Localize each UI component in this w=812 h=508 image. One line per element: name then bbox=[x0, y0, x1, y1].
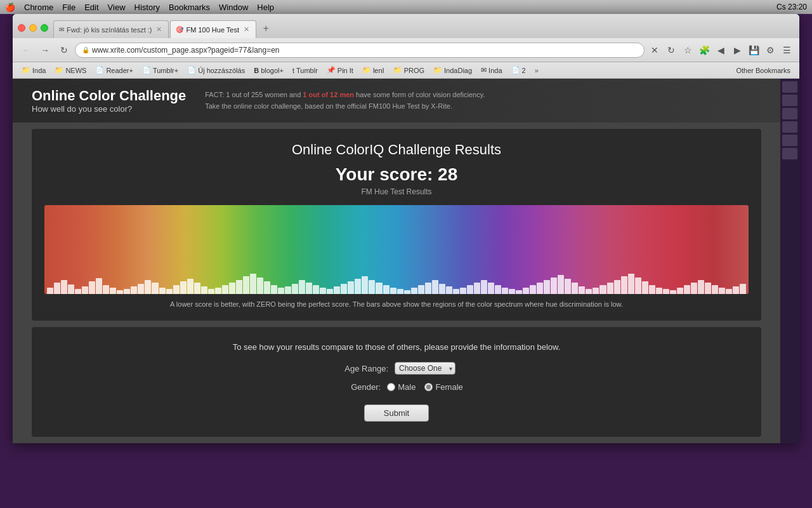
age-select[interactable]: Choose One Under 10 10-19 20-29 30-39 40… bbox=[395, 362, 455, 375]
star-icon[interactable]: ☆ bbox=[680, 43, 695, 58]
menu-help[interactable]: Help bbox=[257, 3, 274, 12]
sidebar-thumb-4[interactable] bbox=[782, 121, 797, 133]
tab-email-close[interactable]: ✕ bbox=[154, 25, 163, 34]
bookmark-2[interactable]: 📄 2 bbox=[508, 65, 530, 76]
forward-button[interactable]: → bbox=[37, 42, 53, 58]
bookmark-inda[interactable]: 📁 Inda bbox=[18, 65, 49, 76]
chrome-window: ✉ Fwd: jó kis színlátás teszt :) ✕ 🎯 FM … bbox=[13, 14, 799, 443]
female-radio[interactable] bbox=[424, 383, 433, 391]
bookmark-tumblrplus[interactable]: 📄 Tumblr+ bbox=[138, 65, 182, 76]
site-title-group: Online Color Challenge How well do you s… bbox=[32, 88, 186, 114]
spectrum-bar bbox=[551, 277, 557, 294]
menu-file[interactable]: File bbox=[62, 3, 75, 12]
spectrum-bar bbox=[96, 278, 102, 294]
titlebar: ✉ Fwd: jó kis színlátás teszt :) ✕ 🎯 FM … bbox=[13, 14, 799, 38]
bookmark-pinit[interactable]: 📌 Pin It bbox=[323, 65, 357, 76]
tab-hue-close[interactable]: ✕ bbox=[242, 25, 251, 34]
bookmark-2-icon: 📄 bbox=[511, 66, 520, 74]
close-button[interactable] bbox=[18, 24, 25, 32]
apple-menu[interactable]: 🍎 bbox=[5, 3, 15, 12]
bookmark-tumblr[interactable]: t Tumblr bbox=[289, 65, 322, 76]
male-radio-label[interactable]: Male bbox=[387, 382, 416, 392]
sidebar-thumb-2[interactable] bbox=[782, 95, 797, 106]
bookmark-indadiag[interactable]: 📁 IndaDiag bbox=[429, 65, 476, 76]
save-icon[interactable]: 💾 bbox=[746, 43, 761, 58]
nav-prev-icon[interactable]: ◀ bbox=[713, 43, 728, 58]
sidebar-thumb-6[interactable] bbox=[782, 148, 797, 159]
menu-bookmarks[interactable]: Bookmarks bbox=[169, 3, 210, 12]
spectrum-bar bbox=[432, 280, 438, 294]
spectrum-bar bbox=[327, 289, 333, 294]
spectrum-bar bbox=[509, 289, 515, 294]
bookmark-inda-mail-icon: ✉ bbox=[481, 66, 487, 74]
spectrum-bar bbox=[572, 283, 578, 294]
bookmark-indadiag-icon: 📁 bbox=[433, 66, 442, 74]
spectrum-bar bbox=[285, 286, 291, 294]
stop-icon[interactable]: ✕ bbox=[647, 43, 662, 58]
spectrum-bar bbox=[173, 285, 180, 294]
menu-window[interactable]: Window bbox=[219, 3, 248, 12]
address-bar[interactable]: 🔒 www.xrite.com/custom_page.aspx?pageid=… bbox=[75, 43, 645, 58]
minimize-button[interactable] bbox=[29, 24, 37, 32]
spectrum-bar bbox=[586, 289, 592, 294]
maximize-button[interactable] bbox=[41, 24, 48, 32]
menu-view[interactable]: View bbox=[108, 3, 126, 12]
url-text: www.xrite.com/custom_page.aspx?pageid=77… bbox=[92, 46, 280, 55]
spectrum-bar bbox=[425, 283, 431, 294]
sidebar-thumb-3[interactable] bbox=[782, 108, 797, 119]
female-radio-label[interactable]: Female bbox=[424, 382, 462, 392]
spectrum-bar bbox=[656, 288, 662, 294]
settings-icon[interactable]: ⚙ bbox=[763, 43, 778, 58]
sidebar-thumb-5[interactable] bbox=[782, 135, 797, 146]
male-radio[interactable] bbox=[387, 383, 395, 391]
bookmark-prog-icon: 📁 bbox=[393, 66, 402, 74]
bookmark-reader[interactable]: 📄 Reader+ bbox=[91, 65, 137, 76]
extension-icon[interactable]: 🧩 bbox=[697, 43, 712, 58]
results-chart-label: FM Hue Test Results bbox=[44, 187, 749, 196]
back-button[interactable]: ← bbox=[18, 42, 34, 58]
bookmark-inda-mail[interactable]: ✉ Inda bbox=[477, 65, 506, 76]
other-bookmarks[interactable]: Other Bookmarks bbox=[732, 65, 794, 76]
bookmark-leni-icon: 📁 bbox=[362, 66, 371, 74]
bookmark-blogol[interactable]: B blogol+ bbox=[250, 65, 287, 76]
spectrum-bar bbox=[726, 289, 732, 294]
submit-button[interactable]: Submit bbox=[364, 404, 429, 422]
reload-button[interactable]: ↻ bbox=[56, 42, 72, 58]
age-select-wrapper: Choose One Under 10 10-19 20-29 30-39 40… bbox=[395, 362, 455, 375]
menu-chrome[interactable]: Chrome bbox=[24, 3, 53, 12]
sidebar-thumb-1[interactable] bbox=[782, 81, 797, 93]
bookmarks-more[interactable]: » bbox=[532, 65, 541, 76]
bookmark-news[interactable]: 📁 NEWS bbox=[51, 65, 90, 76]
bookmark-leni[interactable]: 📁 lenI bbox=[358, 65, 388, 76]
spectrum-bar bbox=[47, 288, 53, 294]
new-tab-button[interactable]: + bbox=[258, 20, 274, 37]
tab-email[interactable]: ✉ Fwd: jó kis színlátás teszt :) ✕ bbox=[53, 20, 169, 38]
bookmark-uj-icon: 📄 bbox=[187, 66, 196, 74]
bookmarks-bar: 📁 Inda 📁 NEWS 📄 Reader+ 📄 Tumblr+ 📄 Új h… bbox=[13, 62, 799, 79]
main-content: Online Color Challenge How well do you s… bbox=[13, 79, 780, 443]
age-range-row: Age Range: Choose One Under 10 10-19 20-… bbox=[44, 362, 749, 375]
nav-next-icon[interactable]: ▶ bbox=[730, 43, 745, 58]
spectrum-bar bbox=[593, 288, 599, 294]
spectrum-bar bbox=[229, 283, 235, 294]
menu-edit[interactable]: Edit bbox=[84, 3, 98, 12]
other-bookmarks-label: Other Bookmarks bbox=[736, 67, 790, 74]
spectrum-bar bbox=[698, 280, 704, 294]
spectrum-bar bbox=[180, 281, 187, 294]
menu-icon[interactable]: ☰ bbox=[779, 43, 794, 58]
bookmark-prog[interactable]: 📁 PROG bbox=[390, 65, 428, 76]
spectrum-bar bbox=[89, 281, 95, 294]
menu-history[interactable]: History bbox=[134, 3, 160, 12]
spectrum-bar bbox=[222, 285, 228, 294]
tab-hue-test[interactable]: 🎯 FM 100 Hue Test ✕ bbox=[170, 20, 256, 38]
refresh-icon[interactable]: ↻ bbox=[664, 43, 679, 58]
spectrum-bar bbox=[614, 280, 620, 294]
bookmark-uj[interactable]: 📄 Új hozzászólás bbox=[183, 65, 249, 76]
traffic-lights bbox=[18, 24, 48, 32]
spectrum-bar bbox=[453, 289, 459, 294]
spectrum-bar bbox=[341, 284, 347, 294]
spectrum-bar bbox=[544, 280, 550, 294]
bookmark-pinit-label: Pin It bbox=[337, 67, 353, 74]
spectrum-bar bbox=[145, 280, 151, 294]
spectrum-bar bbox=[446, 286, 452, 294]
